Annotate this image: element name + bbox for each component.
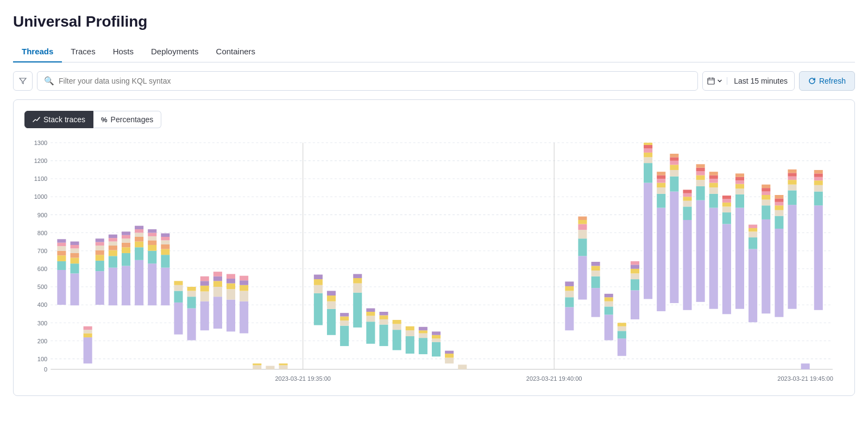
chart-area: 1300 1200 1100 1000 900 800 700 600 500 … <box>24 137 844 387</box>
svg-rect-161 <box>432 331 441 335</box>
svg-rect-213 <box>670 170 678 177</box>
svg-rect-141 <box>366 316 375 322</box>
bar-chart: 1300 1200 1100 1000 900 800 700 600 500 … <box>24 137 844 387</box>
svg-rect-214 <box>670 165 678 170</box>
svg-rect-94 <box>174 281 183 285</box>
svg-rect-108 <box>213 272 222 276</box>
svg-rect-77 <box>148 263 156 305</box>
svg-rect-215 <box>670 161 678 165</box>
search-input[interactable] <box>59 77 691 85</box>
svg-rect-84 <box>161 268 169 306</box>
svg-rect-172 <box>578 238 587 256</box>
search-bar: 🔍 <box>37 71 698 91</box>
svg-rect-263 <box>775 229 783 317</box>
svg-rect-202 <box>644 145 652 148</box>
svg-rect-231 <box>709 208 718 309</box>
tab-threads[interactable]: Threads <box>13 41 62 62</box>
svg-rect-134 <box>340 317 349 320</box>
svg-rect-224 <box>696 200 705 302</box>
svg-rect-221 <box>683 197 691 200</box>
svg-rect-274 <box>788 177 796 180</box>
svg-rect-41 <box>70 253 79 258</box>
svg-rect-225 <box>696 186 705 200</box>
svg-text:1300: 1300 <box>34 140 48 146</box>
svg-rect-182 <box>605 315 613 340</box>
svg-rect-53 <box>96 246 104 250</box>
svg-rect-152 <box>406 330 414 336</box>
svg-rect-144 <box>379 325 388 347</box>
svg-rect-259 <box>762 195 770 200</box>
svg-rect-115 <box>240 291 248 301</box>
svg-rect-146 <box>379 315 388 319</box>
svg-rect-42 <box>70 248 79 253</box>
svg-rect-206 <box>657 187 665 194</box>
svg-rect-127 <box>314 275 323 280</box>
svg-rect-277 <box>801 363 810 369</box>
svg-rect-61 <box>109 238 117 241</box>
svg-rect-227 <box>696 175 705 180</box>
svg-rect-87 <box>161 244 169 249</box>
svg-rect-51 <box>96 255 104 261</box>
svg-rect-207 <box>657 183 665 188</box>
svg-rect-139 <box>353 274 362 278</box>
svg-rect-101 <box>200 286 209 292</box>
svg-rect-171 <box>578 256 587 299</box>
svg-rect-187 <box>618 338 626 356</box>
svg-rect-151 <box>406 336 414 354</box>
svg-rect-176 <box>578 217 587 220</box>
svg-rect-95 <box>187 309 196 341</box>
svg-rect-75 <box>135 229 143 232</box>
filter-button[interactable] <box>13 71 33 91</box>
svg-rect-189 <box>618 326 626 331</box>
svg-rect-81 <box>148 236 156 240</box>
svg-rect-38 <box>70 273 79 305</box>
svg-rect-35 <box>57 246 66 251</box>
svg-rect-100 <box>200 292 209 301</box>
svg-rect-249 <box>735 177 744 180</box>
svg-rect-86 <box>161 249 169 255</box>
svg-rect-55 <box>96 238 104 242</box>
stack-traces-toggle[interactable]: Stack traces <box>24 111 93 128</box>
search-icon: 🔍 <box>44 76 54 86</box>
svg-rect-50 <box>96 261 104 271</box>
svg-rect-159 <box>432 338 441 342</box>
refresh-button[interactable]: Refresh <box>799 71 855 91</box>
svg-rect-98 <box>187 287 196 291</box>
svg-rect-205 <box>657 194 665 208</box>
svg-rect-269 <box>775 195 783 198</box>
svg-rect-197 <box>644 183 652 299</box>
svg-rect-116 <box>240 285 248 291</box>
tab-containers[interactable]: Containers <box>207 41 265 62</box>
svg-rect-125 <box>314 285 323 293</box>
svg-rect-284 <box>814 170 823 173</box>
svg-rect-217 <box>670 154 678 157</box>
svg-rect-226 <box>696 180 705 186</box>
svg-rect-212 <box>670 177 678 192</box>
svg-rect-113 <box>227 274 235 279</box>
svg-rect-137 <box>353 284 362 293</box>
svg-rect-228 <box>696 171 705 175</box>
svg-rect-210 <box>657 172 665 175</box>
svg-rect-156 <box>419 330 427 333</box>
time-picker[interactable]: Last 15 minutes <box>702 71 795 91</box>
tab-traces[interactable]: Traces <box>62 41 104 62</box>
tab-deployments[interactable]: Deployments <box>142 41 207 62</box>
svg-rect-143 <box>366 309 375 312</box>
svg-rect-216 <box>670 157 678 160</box>
svg-rect-268 <box>775 198 783 202</box>
svg-rect-31 <box>57 270 66 305</box>
svg-rect-112 <box>227 279 235 284</box>
svg-rect-273 <box>788 180 796 185</box>
svg-rect-64 <box>122 253 130 266</box>
svg-text:400: 400 <box>37 301 47 308</box>
calendar-icon-btn[interactable] <box>703 77 727 85</box>
svg-rect-78 <box>148 251 156 264</box>
chart-line-icon <box>33 116 40 123</box>
svg-rect-254 <box>749 228 757 231</box>
svg-rect-160 <box>432 335 441 338</box>
svg-rect-270 <box>788 205 796 309</box>
svg-rect-198 <box>644 163 652 183</box>
percentages-toggle[interactable]: % Percentages <box>93 111 161 128</box>
tab-hosts[interactable]: Hosts <box>104 41 142 62</box>
svg-rect-283 <box>814 173 823 177</box>
